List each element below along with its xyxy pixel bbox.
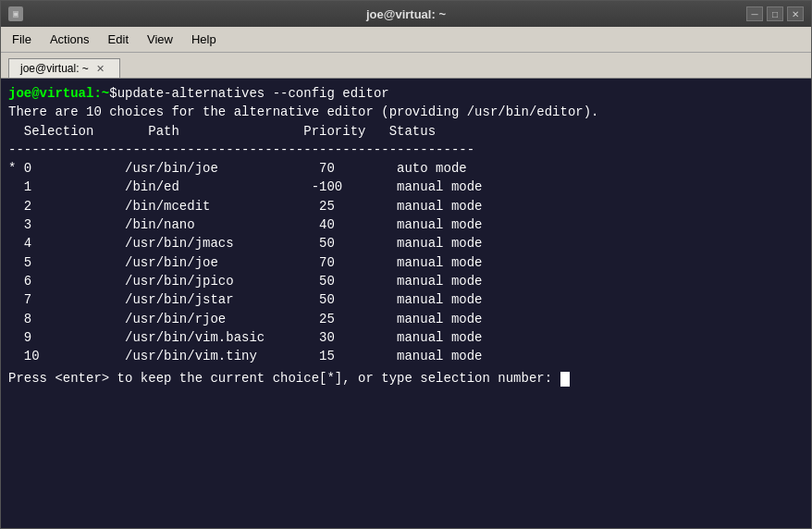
titlebar: ▣ joe@virtual: ~ ─ □ ✕ — [1, 1, 811, 27]
input-prompt-text: Press <enter> to keep the current choice… — [8, 369, 560, 388]
table-separator: ----------------------------------------… — [8, 141, 804, 159]
table-header: Selection Path Priority Status — [8, 122, 804, 141]
table-row-2: 2 /bin/mcedit 25 manual mode — [8, 197, 804, 215]
table-row-4: 4 /usr/bin/jmacs 50 manual mode — [8, 234, 804, 252]
table-row-6: 6 /usr/bin/jpico 50 manual mode — [8, 272, 804, 290]
menu-actions[interactable]: Actions — [43, 31, 97, 48]
terminal-window: ▣ joe@virtual: ~ ─ □ ✕ File Actions Edit… — [0, 0, 812, 529]
table-row-10: 10 /usr/bin/vim.tiny 15 manual mode — [8, 347, 804, 365]
table-row-3: 3 /bin/nano 40 manual mode — [8, 215, 804, 234]
menu-edit[interactable]: Edit — [101, 31, 136, 48]
close-button[interactable]: ✕ — [787, 6, 804, 21]
minimize-button[interactable]: ─ — [746, 6, 763, 21]
tab-label: joe@virtual: ~ — [20, 62, 89, 75]
command-line: joe@virtual :~ $ update-alternatives --c… — [8, 84, 804, 103]
titlebar-left: ▣ — [8, 6, 23, 21]
menu-file[interactable]: File — [5, 31, 39, 48]
table-row-0: * 0 /usr/bin/joe 70 auto mode — [8, 159, 804, 178]
prompt-dollar: $ — [109, 84, 117, 103]
maximize-button[interactable]: □ — [767, 6, 783, 21]
tabbar: joe@virtual: ~ ✕ — [1, 53, 811, 79]
command-text: update-alternatives --config editor — [117, 84, 389, 103]
terminal-cursor — [560, 372, 570, 387]
table-row-5: 5 /usr/bin/joe 70 manual mode — [8, 253, 804, 272]
prompt-path: :~ — [93, 84, 109, 103]
input-line: Press <enter> to keep the current choice… — [8, 369, 804, 388]
table-row-9: 9 /usr/bin/vim.basic 30 manual mode — [8, 328, 804, 347]
prompt-user: joe@virtual — [8, 84, 93, 103]
table-row-1: 1 /bin/ed -100 manual mode — [8, 178, 804, 196]
menu-view[interactable]: View — [140, 31, 180, 48]
titlebar-title: joe@virtual: ~ — [0, 7, 812, 21]
menu-help[interactable]: Help — [184, 31, 224, 48]
table-row-8: 8 /usr/bin/rjoe 25 manual mode — [8, 310, 804, 328]
window-controls: ─ □ ✕ — [746, 6, 804, 21]
tab-close-button[interactable]: ✕ — [96, 63, 105, 75]
menubar: File Actions Edit View Help — [1, 27, 811, 53]
terminal-tab[interactable]: joe@virtual: ~ ✕ — [8, 58, 120, 78]
terminal-body[interactable]: joe@virtual :~ $ update-alternatives --c… — [1, 79, 811, 528]
app-icon: ▣ — [8, 6, 23, 21]
table-row-7: 7 /usr/bin/jstar 50 manual mode — [8, 290, 804, 309]
output-line1: There are 10 choices for the alternative… — [8, 103, 804, 121]
